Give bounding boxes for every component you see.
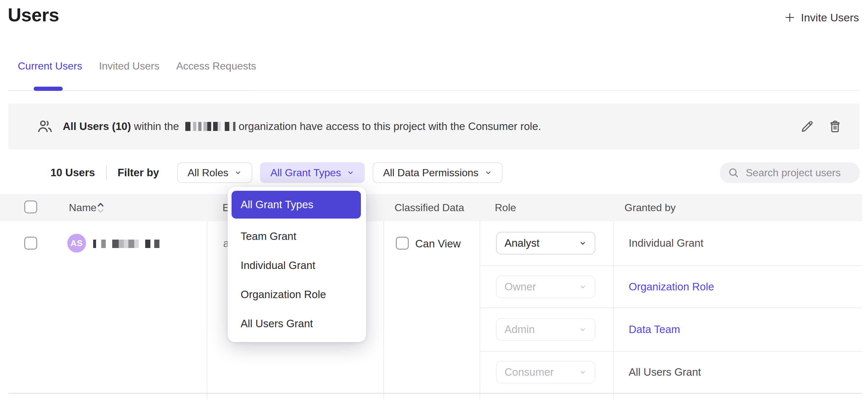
pencil-icon [800, 119, 815, 134]
row-divider [8, 393, 862, 394]
invite-users-button[interactable]: Invite Users [784, 9, 859, 26]
column-header-role[interactable]: Role [495, 202, 516, 214]
chevron-down-icon [485, 169, 492, 177]
can-view-label: Can View [415, 238, 461, 250]
can-view-checkbox[interactable] [396, 237, 409, 250]
all-users-banner: All Users (10) within the organization h… [8, 103, 860, 149]
subrow-divider [480, 351, 862, 352]
search-icon [727, 167, 739, 179]
delete-grant-button[interactable] [827, 118, 843, 135]
tab-access-requests[interactable]: Access Requests [176, 60, 256, 72]
role-select-admin: Admin [496, 318, 595, 341]
menu-item-team-grant[interactable]: Team Grant [228, 222, 366, 251]
redacted-org-name [185, 122, 236, 131]
granted-by-organization-role-link[interactable]: Organization Role [629, 280, 714, 293]
all-data-permissions-filter[interactable]: All Data Permissions [373, 162, 502, 183]
all-grant-types-filter[interactable]: All Grant Types [260, 162, 365, 183]
users-count: 10 Users [51, 166, 95, 179]
edit-grant-button[interactable] [799, 118, 816, 135]
column-divider [613, 221, 614, 399]
granted-by-data-team-link[interactable]: Data Team [629, 323, 680, 336]
banner-text: All Users (10) within the organization h… [63, 120, 541, 132]
menu-item-all-users-grant[interactable]: All Users Grant [228, 309, 366, 338]
granted-by-all-users-grant: All Users Grant [629, 366, 701, 379]
subrow-divider [480, 307, 862, 308]
column-header-name[interactable]: Name [69, 202, 96, 214]
menu-item-individual-grant[interactable]: Individual Grant [228, 251, 366, 280]
chevron-down-icon [347, 169, 354, 177]
table-header: Name E Classified Data Role Granted by [0, 194, 862, 221]
banner-actions [799, 118, 843, 135]
role-select-owner: Owner [496, 275, 595, 298]
banner-bold: All Users (10) [63, 120, 131, 132]
trash-icon [828, 119, 842, 134]
chevron-down-icon [234, 169, 242, 177]
users-group-icon [37, 118, 53, 134]
plus-icon [784, 11, 796, 24]
chevron-down-icon [579, 325, 587, 334]
chevron-down-icon [579, 239, 587, 247]
menu-item-organization-role[interactable]: Organization Role [228, 280, 366, 309]
all-roles-filter[interactable]: All Roles [177, 162, 252, 183]
select-all-checkbox[interactable] [24, 201, 37, 213]
role-select-consumer: Consumer [496, 361, 595, 383]
grant-types-dropdown-menu: All Grant Types Team Grant Individual Gr… [228, 187, 366, 342]
subrow-divider [480, 266, 862, 266]
column-divider [383, 221, 384, 399]
filter-row: 10 Users Filter by All Roles All Grant T… [51, 162, 510, 183]
column-divider [479, 221, 480, 399]
page-title: Users [8, 4, 59, 26]
tab-bar: Current Users Invited Users Access Reque… [18, 60, 256, 72]
sort-icon[interactable] [96, 201, 105, 215]
menu-spacer [228, 219, 366, 222]
users-page: Users Invite Users Current Users Invited… [0, 0, 868, 399]
row-checkbox[interactable] [24, 237, 37, 250]
chevron-down-icon [579, 368, 587, 376]
chevron-down-icon [579, 283, 587, 291]
redacted-user-name [93, 239, 159, 249]
role-select-analyst[interactable]: Analyst [496, 232, 595, 254]
search-input[interactable] [746, 167, 852, 179]
avatar: AS [67, 234, 86, 252]
column-header-granted-by[interactable]: Granted by [624, 202, 676, 214]
column-divider [207, 221, 207, 399]
invite-users-label: Invite Users [801, 11, 859, 24]
menu-item-all-grant-types[interactable]: All Grant Types [231, 191, 361, 219]
tab-current-users[interactable]: Current Users [18, 60, 82, 72]
granted-by-individual-grant: Individual Grant [629, 237, 703, 250]
column-header-classified-data[interactable]: Classified Data [395, 202, 464, 214]
filter-divider [106, 165, 107, 180]
tab-invited-users[interactable]: Invited Users [99, 60, 159, 72]
search-box [720, 162, 860, 183]
filter-by-label: Filter by [118, 166, 159, 179]
active-tab-indicator [34, 87, 63, 91]
